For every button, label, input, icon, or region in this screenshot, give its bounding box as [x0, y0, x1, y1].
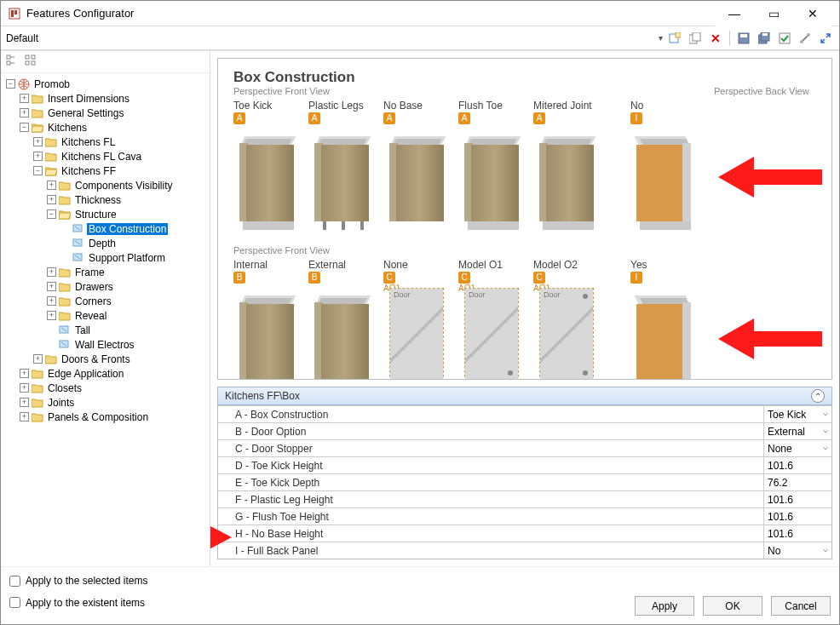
prop-val-c[interactable]: None [763, 440, 831, 456]
prop-row-g[interactable]: G - Flush Toe Height101.6 [218, 507, 831, 525]
prop-val-a[interactable]: Toe Kick [763, 406, 831, 422]
tree-closets[interactable]: +Closets [20, 381, 210, 395]
prop-row-c[interactable]: C - Door StopperNone [218, 439, 831, 456]
prop-row-a[interactable]: A - Box ConstructionToe Kick [218, 405, 831, 422]
close-button[interactable]: ✕ [793, 1, 832, 26]
tree-collapse-icon[interactable] [6, 54, 18, 69]
prop-row-d[interactable]: D - Toe Kick Height101.6 [218, 456, 831, 473]
app-window: Features Configurator — ▭ ✕ Default ▾ ✕ [0, 0, 840, 625]
main-area: − Promob +Insert Dimensions +General Set… [1, 50, 839, 566]
thumb-back-yes[interactable]: Yes I [630, 259, 697, 380]
cancel-button[interactable]: Cancel [771, 596, 831, 616]
thumb-none[interactable]: None C AO1 Door *Illustrative Image [383, 259, 450, 380]
profile-dropdown-label[interactable]: Default [6, 32, 38, 44]
tool-saveall-icon[interactable] [756, 30, 773, 47]
prop-val-e[interactable]: 76.2 [763, 474, 831, 490]
titlebar: Features Configurator — ▭ ✕ [1, 1, 839, 26]
tool-save-icon[interactable] [735, 30, 752, 47]
tree-depth[interactable]: Depth [60, 236, 210, 250]
folder-open-icon [44, 165, 58, 177]
perspective-front-label-2: Perspective Front View [233, 245, 816, 255]
apply-button[interactable]: Apply [635, 596, 694, 616]
svg-point-14 [807, 33, 810, 37]
check-apply-selected[interactable]: Apply to the selected items [9, 572, 831, 589]
folder-icon [31, 107, 44, 119]
tree-support-platform[interactable]: Support Platform [60, 250, 210, 265]
thumb-no-base[interactable]: No Base A [383, 100, 450, 230]
thumb-model-o1[interactable]: Model O1 C AO1 Door *Illustrative Image [458, 259, 525, 380]
nav-tree[interactable]: − Promob +Insert Dimensions +General Set… [1, 73, 210, 566]
thumb-flush-toe[interactable]: Flush Toe A [458, 100, 525, 230]
tree-joints[interactable]: +Joints [20, 395, 210, 410]
prop-val-b[interactable]: External [763, 423, 831, 439]
prop-val-g[interactable]: 101.6 [763, 508, 831, 525]
prop-val-d[interactable]: 101.6 [763, 457, 831, 473]
folder-icon [31, 382, 44, 394]
tree-box-construction[interactable]: Box Construction [60, 221, 210, 236]
leaf-icon [72, 238, 85, 249]
folder-icon [31, 411, 44, 423]
thumb-internal[interactable]: Internal B [233, 259, 300, 380]
folder-icon [58, 310, 72, 322]
tool-expand-icon[interactable] [817, 30, 834, 47]
thumb-toe-kick[interactable]: Toe Kick A [233, 100, 300, 230]
prop-val-f[interactable]: 101.6 [763, 491, 831, 507]
thumb-mitered-joint[interactable]: Mitered Joint A [533, 100, 600, 230]
sidebar-toolbar [1, 51, 210, 73]
tree-expand-icon[interactable] [25, 54, 37, 69]
tree-panels-composition[interactable]: +Panels & Composition [20, 410, 210, 424]
tool-new-icon[interactable] [666, 30, 683, 47]
thumb-model-o2[interactable]: Model O2 C AO1 Door *Illustrative Image [533, 259, 600, 380]
tree-general-settings[interactable]: +General Settings [20, 106, 210, 120]
prop-val-h[interactable]: 101.6 [763, 525, 831, 542]
globe-icon [17, 78, 31, 90]
leaf-icon [58, 324, 72, 336]
tool-link-icon[interactable] [797, 30, 814, 47]
thumb-plastic-legs[interactable]: Plastic Legs A [308, 100, 375, 230]
folder-icon [44, 136, 58, 148]
tree-insert-dimensions[interactable]: +Insert Dimensions [20, 91, 210, 106]
tree-edge-application[interactable]: +Edge Application [20, 366, 210, 381]
tree-kitchens-fl[interactable]: +Kitchens FL [33, 135, 210, 149]
tree-root[interactable]: − Promob [6, 77, 210, 91]
ok-button[interactable]: OK [703, 596, 762, 616]
prop-val-i[interactable]: No [763, 542, 831, 559]
thumb-external[interactable]: External B [308, 259, 375, 380]
tree-wall-electros[interactable]: Wall Electros [47, 337, 210, 352]
tree-frame[interactable]: +Frame [47, 265, 210, 279]
tree-tall[interactable]: Tall [47, 323, 210, 337]
tree-kitchens[interactable]: −Kitchens [20, 120, 210, 135]
tree-thickness[interactable]: +Thickness [47, 192, 210, 207]
tree-corners[interactable]: +Corners [47, 294, 210, 308]
minimize-button[interactable]: — [715, 1, 754, 26]
prop-row-b[interactable]: B - Door OptionExternal [218, 422, 831, 439]
collapse-icon[interactable]: ⌃ [811, 389, 825, 403]
prop-row-i[interactable]: I - Full Back PanelNo [218, 542, 831, 559]
tool-delete-icon[interactable]: ✕ [707, 30, 724, 47]
folder-icon [31, 368, 44, 380]
tree-drawers[interactable]: +Drawers [47, 279, 210, 294]
thumb-back-no[interactable]: No I [630, 100, 697, 230]
props-header[interactable]: Kitchens FF\Box ⌃ [217, 387, 832, 405]
props-table: A - Box ConstructionToe Kick B - Door Op… [217, 405, 832, 559]
tree-kitchens-fl-cava[interactable]: +Kitchens FL Cava [33, 149, 210, 163]
tree-kitchens-ff[interactable]: −Kitchens FF [33, 163, 210, 178]
window-buttons: — ▭ ✕ [715, 1, 832, 26]
maximize-button[interactable]: ▭ [754, 1, 793, 26]
checkbox-apply-selected[interactable] [9, 576, 20, 587]
tree-components-visibility[interactable]: +Components Visibility [47, 178, 210, 192]
tree-reveal[interactable]: +Reveal [47, 308, 210, 323]
svg-point-13 [800, 40, 803, 43]
tree-doors-fronts[interactable]: +Doors & Fronts [33, 352, 210, 366]
checkbox-apply-existent[interactable] [9, 597, 20, 608]
tool-copy-icon[interactable] [687, 30, 704, 47]
prop-row-e[interactable]: E - Toe Kick Depth76.2 [218, 473, 831, 490]
prop-row-h[interactable]: H - No Base Height101.6 [218, 525, 831, 542]
svg-rect-18 [32, 55, 35, 59]
tree-structure[interactable]: −Structure [47, 207, 210, 221]
tool-check-icon[interactable] [776, 30, 793, 47]
check-apply-existent[interactable]: Apply to the existent items [9, 594, 635, 611]
sidebar: − Promob +Insert Dimensions +General Set… [1, 51, 210, 566]
prop-row-f[interactable]: F - Plastic Leg Height101.6 [218, 490, 831, 507]
folder-icon [58, 281, 72, 293]
